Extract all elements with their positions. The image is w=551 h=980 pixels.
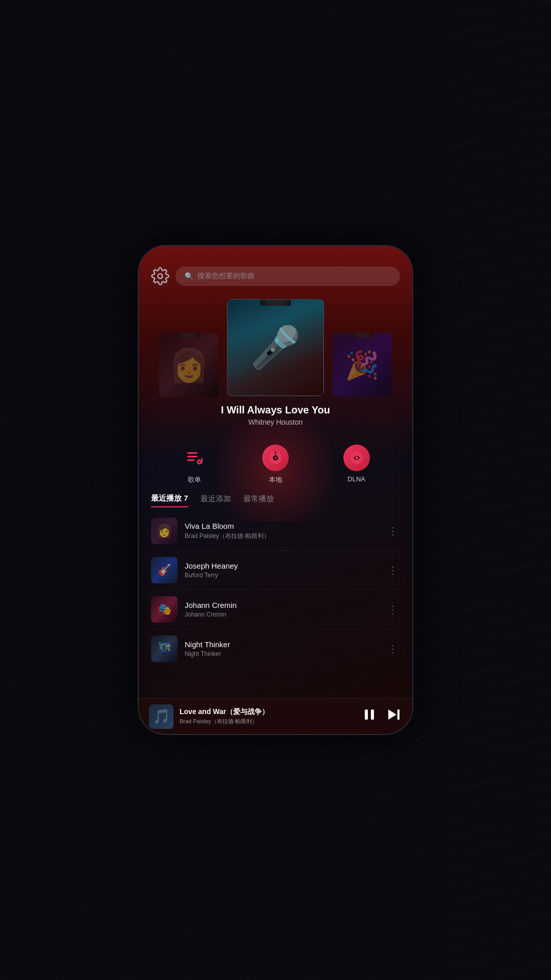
search-icon: 🔍 — [185, 272, 193, 280]
tabs-section: 最近播放 7 最近添加 最常播放 — [139, 489, 412, 507]
np-title: Love and War（爱与战争） — [180, 707, 355, 717]
np-artist: Brad Paisley（布拉德·帕斯利） — [180, 718, 355, 725]
playlist-icon — [181, 445, 208, 471]
skip-button[interactable] — [386, 706, 402, 726]
song-info-2: Joseph Heaney Buford Terry — [185, 561, 379, 579]
featured-song-artist: Whitney Houston — [248, 418, 303, 426]
song-title-4: Night Thinker — [185, 640, 379, 649]
song-item-3[interactable]: 🎭 Johann Cremin Johann Cremin ⋮ — [139, 590, 412, 629]
svg-rect-16 — [397, 709, 399, 720]
local-label: 本地 — [269, 475, 282, 484]
svg-rect-3 — [187, 459, 194, 461]
now-playing-bar: 🎵 Love and War（爱与战争） Brad Paisley（布拉德·帕斯… — [139, 698, 412, 734]
more-button-1[interactable]: ⋮ — [386, 523, 400, 539]
svg-rect-13 — [365, 709, 368, 720]
tab-recent[interactable]: 最近播放 7 — [151, 494, 188, 507]
song-info-1: Viva La Bloom Brad Paisley（布拉德·帕斯利） — [185, 522, 379, 541]
dlna-icon — [343, 445, 370, 471]
album-card-left[interactable]: 👩 — [159, 333, 219, 397]
song-item-2[interactable]: 🎸 Joseph Heaney Buford Terry ⋮ — [139, 551, 412, 590]
svg-rect-1 — [187, 452, 197, 454]
tab-most[interactable]: 最常播放 — [243, 494, 274, 507]
svg-rect-14 — [371, 709, 374, 720]
dlna-label: DLNA — [347, 475, 365, 483]
np-info: Love and War（爱与战争） Brad Paisley（布拉德·帕斯利） — [180, 707, 355, 725]
song-list: 👩 Viva La Bloom Brad Paisley（布拉德·帕斯利） ⋮ … — [139, 507, 412, 698]
header: 🔍 搜索您想要的歌曲 — [139, 246, 412, 294]
nav-item-playlist[interactable]: 歌单 — [181, 445, 208, 484]
tab-added[interactable]: 最近添加 — [201, 494, 231, 507]
nav-icons: 歌单 本地 — [139, 434, 412, 489]
search-placeholder-text: 搜索您想要的歌曲 — [197, 272, 255, 281]
playlist-label: 歌单 — [188, 475, 201, 484]
song-title-1: Viva La Bloom — [185, 522, 379, 530]
more-button-2[interactable]: ⋮ — [386, 562, 400, 578]
album-card-right[interactable]: 🎉 — [333, 333, 392, 397]
song-info-3: Johann Cremin Johann Cremin — [185, 601, 379, 618]
more-button-3[interactable]: ⋮ — [386, 601, 400, 618]
np-controls — [361, 706, 402, 726]
carousel-section: 👩 🎤 🎉 I Will Always Love You Whitney Hou… — [139, 294, 412, 434]
song-title-2: Joseph Heaney — [185, 561, 379, 570]
album-art-woman: 👩 — [169, 333, 209, 397]
pause-button[interactable] — [361, 706, 378, 726]
svg-point-0 — [158, 274, 163, 279]
song-thumb-4: 🌃 — [151, 635, 178, 662]
svg-rect-2 — [187, 456, 197, 457]
svg-rect-6 — [202, 458, 203, 463]
song-thumb-3: 🎭 — [151, 596, 178, 623]
svg-point-5 — [198, 461, 201, 463]
contour-lines-right — [449, 0, 551, 980]
phone-content: 🔍 搜索您想要的歌曲 👩 🎤 🎉 I Will Alw — [139, 246, 412, 734]
song-artist-3: Johann Cremin — [185, 611, 379, 618]
song-artist-2: Buford Terry — [185, 572, 379, 579]
np-thumbnail: 🎵 — [149, 704, 173, 729]
phone-frame: 🔍 搜索您想要的歌曲 👩 🎤 🎉 I Will Alw — [138, 245, 413, 735]
search-bar[interactable]: 🔍 搜索您想要的歌曲 — [176, 266, 400, 286]
song-thumb-2: 🎸 — [151, 557, 178, 583]
song-artist-1: Brad Paisley（布拉德·帕斯利） — [185, 532, 379, 541]
more-button-4[interactable]: ⋮ — [386, 641, 400, 657]
song-item-4[interactable]: 🌃 Night Thinker Night Thinker ⋮ — [139, 629, 412, 668]
nav-item-dlna[interactable]: DLNA — [343, 445, 370, 484]
featured-song-title: I Will Always Love You — [221, 404, 330, 416]
settings-button[interactable] — [151, 267, 169, 285]
svg-point-12 — [355, 456, 358, 459]
album-card-center[interactable]: 🎤 — [227, 299, 324, 396]
song-artist-4: Night Thinker — [185, 650, 379, 657]
song-thumb-1: 👩 — [151, 518, 178, 544]
svg-marker-15 — [388, 709, 396, 720]
song-title-3: Johann Cremin — [185, 601, 379, 609]
svg-point-9 — [274, 457, 277, 459]
nav-item-local[interactable]: 本地 — [262, 445, 289, 484]
song-item-1[interactable]: 👩 Viva La Bloom Brad Paisley（布拉德·帕斯利） ⋮ — [139, 511, 412, 550]
carousel-track: 👩 🎤 🎉 — [139, 299, 412, 396]
tabs-row: 最近播放 7 最近添加 最常播放 — [151, 494, 400, 507]
phone-wrapper: 🔍 搜索您想要的歌曲 👩 🎤 🎉 I Will Alw — [138, 245, 413, 735]
song-info-4: Night Thinker Night Thinker — [185, 640, 379, 657]
local-icon — [262, 445, 289, 471]
